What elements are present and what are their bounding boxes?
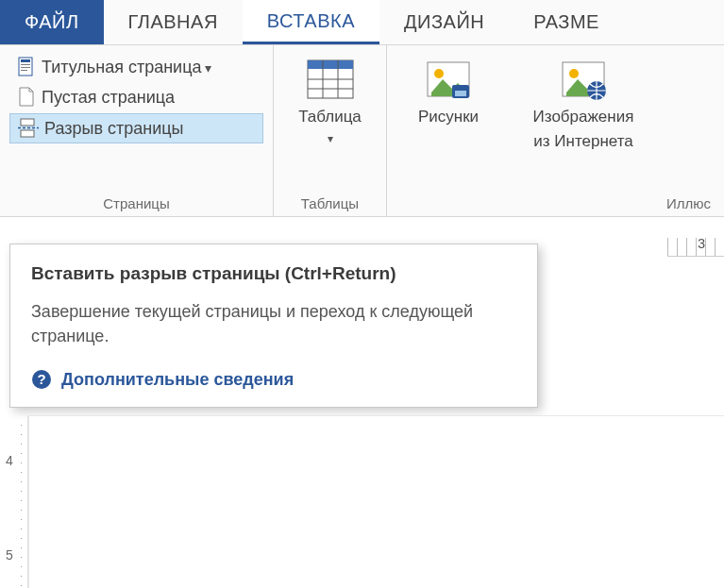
tab-layout[interactable]: РАЗМЕ <box>509 0 624 44</box>
page-break-label: Разрыв страницы <box>44 119 184 139</box>
svg-point-15 <box>434 69 444 78</box>
document-area[interactable] <box>28 415 724 588</box>
table-button[interactable]: Таблица ▾ <box>293 53 367 152</box>
title-page-button[interactable]: Титульная страница <box>9 53 263 81</box>
svg-point-19 <box>569 69 579 78</box>
online-pictures-button[interactable]: Изображения из Интернета <box>508 53 659 158</box>
svg-rect-9 <box>308 60 353 69</box>
online-pictures-label-1: Изображения <box>533 108 634 126</box>
vertical-ruler: 4 5 <box>0 415 28 588</box>
group-pages: Титульная страница Пустая страница Разры… <box>0 45 274 216</box>
tooltip-title: Вставить разрыв страницы (Ctrl+Return) <box>31 263 516 284</box>
ruler-v-4: 4 <box>6 453 13 468</box>
ruler-v-5: 5 <box>6 547 13 563</box>
blank-page-button[interactable]: Пустая страница <box>9 83 263 111</box>
tab-home[interactable]: ГЛАВНАЯ <box>104 0 243 44</box>
table-icon <box>306 59 355 102</box>
ribbon: Титульная страница Пустая страница Разры… <box>0 45 724 217</box>
page-break-icon <box>18 118 39 139</box>
table-label: Таблица <box>298 108 362 126</box>
help-icon: ? <box>31 369 52 390</box>
group-illustrations-label: Иллюс <box>396 193 715 212</box>
page-break-button[interactable]: Разрыв страницы <box>9 113 263 143</box>
group-tables-label: Таблицы <box>301 193 359 212</box>
tooltip-help-link[interactable]: ? Дополнительные сведения <box>31 369 516 390</box>
svg-rect-4 <box>21 70 27 71</box>
group-pages-label: Страницы <box>9 193 263 212</box>
ruler-h-number: 3 <box>698 236 705 251</box>
online-pictures-label-2: из Интернета <box>533 132 632 151</box>
tab-design[interactable]: ДИЗАЙН <box>379 0 509 44</box>
blank-page-label: Пустая страница <box>42 88 175 108</box>
tab-file[interactable]: ФАЙЛ <box>0 0 104 44</box>
group-illustrations: Рисунки Изображения из Интернета Иллюс <box>387 45 724 216</box>
tooltip-body: Завершение текущей страницы и переход к … <box>31 299 516 348</box>
online-pictures-icon <box>559 59 608 102</box>
svg-rect-1 <box>21 59 30 62</box>
title-page-icon <box>17 57 36 77</box>
title-page-label: Титульная страница <box>42 58 211 77</box>
svg-rect-2 <box>21 64 30 65</box>
pictures-icon <box>424 59 473 102</box>
tab-insert[interactable]: ВСТАВКА <box>243 0 379 44</box>
horizontal-ruler: 3 <box>667 238 724 257</box>
pictures-label: Рисунки <box>418 108 479 126</box>
table-dropdown-caret: ▾ <box>328 132 333 145</box>
svg-rect-6 <box>21 130 34 137</box>
svg-text:?: ? <box>37 371 45 387</box>
svg-rect-5 <box>21 119 34 126</box>
blank-page-icon <box>17 87 36 108</box>
svg-rect-17 <box>455 91 466 96</box>
svg-rect-3 <box>21 67 30 68</box>
tooltip-pagebreak: Вставить разрыв страницы (Ctrl+Return) З… <box>9 244 538 408</box>
ribbon-tabs: ФАЙЛ ГЛАВНАЯ ВСТАВКА ДИЗАЙН РАЗМЕ <box>0 0 724 45</box>
pictures-button[interactable]: Рисунки <box>396 53 500 158</box>
group-tables: Таблица ▾ Таблицы <box>274 45 387 216</box>
tooltip-help-label: Дополнительные сведения <box>61 370 294 390</box>
